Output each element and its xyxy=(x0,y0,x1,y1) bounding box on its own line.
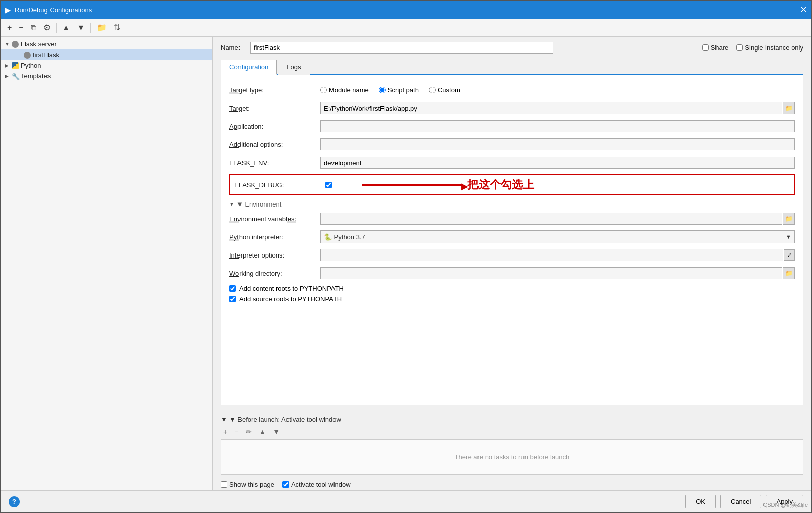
add-config-button[interactable]: + xyxy=(5,22,14,34)
launch-toolbar: + − ✏ ▲ ▼ xyxy=(221,426,803,437)
ok-button[interactable]: OK xyxy=(685,495,716,508)
sort-button[interactable]: ⇅ xyxy=(111,21,123,34)
show-page-checkbox[interactable] xyxy=(221,481,227,488)
folder-button[interactable]: 📁 xyxy=(94,21,109,34)
before-launch-header[interactable]: ▼ ▼ Before launch: Activate tool window xyxy=(221,416,803,423)
flask-env-label: FLASK_ENV: xyxy=(229,159,320,167)
close-button[interactable]: ✕ xyxy=(800,4,807,15)
additional-options-input[interactable] xyxy=(320,138,795,150)
move-up-button[interactable]: ▲ xyxy=(60,22,73,34)
settings-button[interactable]: ⚙ xyxy=(41,21,53,34)
single-instance-checkbox-label[interactable]: Single instance only xyxy=(736,44,803,52)
flask-env-input[interactable] xyxy=(320,157,795,169)
activate-tool-checkbox[interactable] xyxy=(282,481,289,488)
sidebar-item-flask-server[interactable]: ▼ Flask server xyxy=(1,39,212,49)
flask-debug-checkbox[interactable] xyxy=(325,182,332,188)
flask-debug-row: FLASK_DEBUG: ▶ 把这个勾选上 xyxy=(229,174,795,195)
share-label: Share xyxy=(711,44,729,52)
show-page-label[interactable]: Show this page xyxy=(221,481,274,488)
python-icon xyxy=(12,62,19,69)
env-vars-input-group: 📁 xyxy=(320,213,795,225)
working-dir-folder-button[interactable]: 📁 xyxy=(783,267,795,279)
launch-remove-button[interactable]: − xyxy=(232,426,241,437)
watermark: CSDN @到美&life xyxy=(763,501,808,509)
single-instance-checkbox[interactable] xyxy=(736,44,743,51)
python-interpreter-row: Python interpreter: 🐍 Python 3.7 ▼ xyxy=(229,230,795,243)
working-dir-input[interactable] xyxy=(320,267,782,279)
main-area: ▼ Flask server ▶ firstFlask ▶ Python ▶ 🔧… xyxy=(1,37,811,490)
interpreter-options-input[interactable] xyxy=(320,249,783,261)
name-row: Name: Share Single instance only xyxy=(213,37,811,59)
interpreter-options-row: Interpreter options: ⤢ xyxy=(229,248,795,262)
arrow-head: ▶ xyxy=(461,181,468,192)
toolbar: + − ⧉ ⚙ ▲ ▼ 📁 ⇅ xyxy=(1,19,811,37)
tab-logs[interactable]: Logs xyxy=(278,60,309,75)
target-folder-button[interactable]: 📁 xyxy=(783,102,795,114)
interpreter-options-label: Interpreter options: xyxy=(229,251,320,259)
script-path-radio[interactable] xyxy=(379,87,386,93)
run-debug-dialog: ▶ Run/Debug Configurations ✕ + − ⧉ ⚙ ▲ ▼… xyxy=(0,0,812,513)
show-page-text: Show this page xyxy=(229,481,274,488)
remove-config-button[interactable]: − xyxy=(16,22,26,34)
custom-option[interactable]: Custom xyxy=(429,86,460,94)
launch-empty-message: There are no tasks to run before launch xyxy=(455,453,570,461)
before-launch-label: ▼ Before launch: Activate tool window xyxy=(229,416,341,423)
copy-config-button[interactable]: ⧉ xyxy=(28,22,39,34)
tab-configuration[interactable]: Configuration xyxy=(221,60,277,75)
env-vars-folder-button[interactable]: 📁 xyxy=(783,213,795,225)
activate-tool-label[interactable]: Activate tool window xyxy=(282,481,351,488)
share-checkbox[interactable] xyxy=(702,44,709,51)
name-label: Name: xyxy=(221,44,246,52)
application-row: Application: xyxy=(229,120,795,133)
launch-edit-button[interactable]: ✏ xyxy=(243,426,254,437)
launch-down-button[interactable]: ▼ xyxy=(270,426,282,437)
add-content-roots-label: Add content roots to PYTHONPATH xyxy=(239,285,344,292)
sidebar-item-templates[interactable]: ▶ 🔧 Templates xyxy=(1,71,212,81)
name-input[interactable] xyxy=(250,42,553,54)
environment-section-header[interactable]: ▼ ▼ Environment xyxy=(229,200,795,208)
python-interpreter-label: Python interpreter: xyxy=(229,233,320,241)
env-vars-label: Environment variables: xyxy=(229,215,320,223)
annotation-container: ▶ 把这个勾选上 xyxy=(362,177,534,192)
application-input[interactable] xyxy=(320,120,795,132)
sidebar-item-firstflask[interactable]: ▶ firstFlask xyxy=(1,49,212,60)
launch-add-button[interactable]: + xyxy=(221,426,230,437)
interpreter-options-expand-button[interactable]: ⤢ xyxy=(784,249,795,261)
script-path-option[interactable]: Script path xyxy=(379,86,419,94)
add-content-roots-checkbox[interactable] xyxy=(229,285,236,292)
form-panel: Target type: Module name Script path xyxy=(221,75,803,405)
flask-env-row: FLASK_ENV: xyxy=(229,156,795,169)
firstflask-label: firstFlask xyxy=(33,51,59,59)
target-type-radio-group: Module name Script path Custom xyxy=(320,86,795,94)
additional-options-row: Additional options: xyxy=(229,138,795,151)
add-source-roots-checkbox[interactable] xyxy=(229,296,236,302)
python-interpreter-dropdown[interactable]: 🐍 Python 3.7 ▼ xyxy=(320,230,795,243)
toolbar-separator xyxy=(56,23,57,33)
module-name-radio[interactable] xyxy=(320,87,327,93)
sidebar-item-python[interactable]: ▶ Python xyxy=(1,60,212,71)
target-type-label: Target type: xyxy=(229,86,320,94)
add-source-roots-label: Add source roots to PYTHONPATH xyxy=(239,295,342,303)
title-bar: ▶ Run/Debug Configurations ✕ xyxy=(1,1,811,19)
bottom-checkboxes: Show this page Activate tool window xyxy=(213,479,811,490)
env-vars-input[interactable] xyxy=(320,213,782,225)
move-down-button[interactable]: ▼ xyxy=(75,22,88,34)
expand-arrow-templates: ▶ xyxy=(5,73,12,79)
custom-radio[interactable] xyxy=(429,87,436,93)
target-label: Target: xyxy=(229,105,320,112)
target-input[interactable] xyxy=(320,102,782,114)
app-icon: ▶ xyxy=(5,5,11,15)
before-launch-arrow-icon: ▼ xyxy=(221,416,227,423)
share-checkbox-label[interactable]: Share xyxy=(702,44,729,52)
toolbar-separator-2 xyxy=(90,23,91,33)
target-row: Target: 📁 xyxy=(229,101,795,115)
additional-options-label: Additional options: xyxy=(229,141,320,148)
help-button[interactable]: ? xyxy=(9,496,20,507)
module-name-option[interactable]: Module name xyxy=(320,86,369,94)
launch-up-button[interactable]: ▲ xyxy=(256,426,268,437)
content-area: Name: Share Single instance only Configu… xyxy=(213,37,811,490)
dropdown-arrow-icon: ▼ xyxy=(786,234,791,240)
dialog-footer: ? OK Cancel Apply xyxy=(1,490,811,512)
cancel-button[interactable]: Cancel xyxy=(720,495,761,508)
python-label: Python xyxy=(21,62,41,69)
